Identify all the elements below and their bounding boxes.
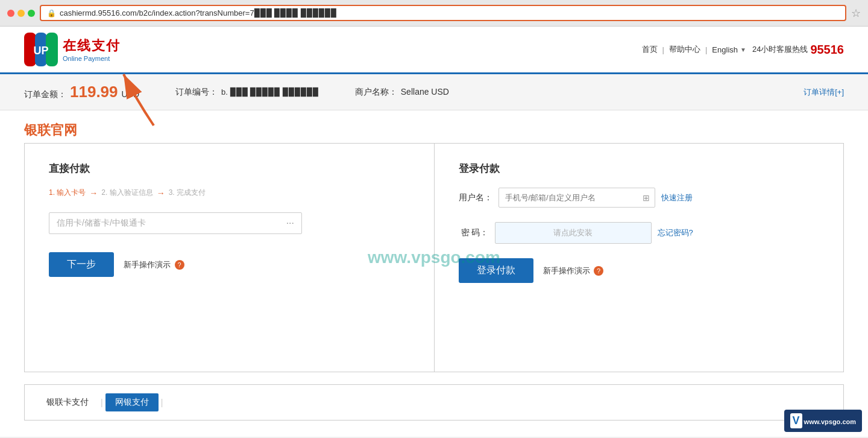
- nav-home[interactable]: 首页: [642, 44, 658, 55]
- dropdown-arrow-icon: ▼: [740, 46, 746, 53]
- step1-arrow-icon: →: [89, 188, 98, 198]
- tab-sep2: |: [161, 398, 163, 407]
- username-input-wrapper[interactable]: ⊞: [498, 188, 655, 208]
- maximize-dot[interactable]: [28, 10, 35, 17]
- english-label: English: [712, 45, 738, 54]
- login-payment-actions: 登录付款 新手操作演示 ?: [459, 258, 820, 283]
- vpsgo-badge: V www.vpsgo.com: [784, 410, 862, 432]
- browser-chrome: 🔒 cashiermd.95516.com/b2c/index.action?t…: [0, 0, 868, 27]
- tab-sep: |: [101, 398, 103, 407]
- order-id-item: 订单编号： b. ▉▉▉ ▉▉▉▉▉ ▉▉▉▉▉▉: [175, 87, 319, 98]
- payment-container: 直接付款 1. 输入卡号 → 2. 输入验证信息 → 3. 完成支付 信用卡/储…: [24, 143, 844, 372]
- hotline-label: 24小时客服热线: [752, 44, 808, 55]
- login-demo-link[interactable]: 新手操作演示 ?: [543, 265, 604, 276]
- steps-row: 1. 输入卡号 → 2. 输入验证信息 → 3. 完成支付: [49, 188, 410, 198]
- address-bar[interactable]: 🔒 cashiermd.95516.com/b2c/index.action?t…: [40, 5, 846, 21]
- direct-payment-title: 直接付款: [49, 162, 410, 176]
- bookmark-icon[interactable]: ☆: [851, 7, 861, 20]
- logo-area: UP 在线支付 Online Payment: [24, 33, 121, 66]
- password-label: 密 码：: [459, 227, 489, 238]
- logo-english: Online Payment: [63, 55, 121, 62]
- order-currency: USD: [122, 89, 140, 99]
- direct-payment-panel: 直接付款 1. 输入卡号 → 2. 输入验证信息 → 3. 完成支付 信用卡/储…: [25, 144, 435, 372]
- login-help-icon: ?: [594, 266, 603, 276]
- close-dot[interactable]: [7, 10, 14, 17]
- order-amount-item: 订单金额： 119.99 USD: [24, 83, 139, 101]
- logo-text: 在线支付 Online Payment: [63, 37, 121, 62]
- forgot-password-link[interactable]: 忘记密码?: [658, 227, 693, 238]
- step2-label: 2. 输入验证信息: [101, 188, 153, 198]
- payment-wrapper: www.vpsgo.com 直接付款 1. 输入卡号 → 2. 输入验证信息 →…: [0, 143, 868, 372]
- username-icon: ⊞: [638, 193, 655, 203]
- header: UP 在线支付 Online Payment 首页 | 帮助中心 | Engli…: [0, 27, 868, 74]
- username-row: 用户名： ⊞ 快速注册: [459, 188, 820, 208]
- help-icon: ?: [175, 260, 184, 270]
- order-detail-link[interactable]: 订单详情[+]: [804, 87, 844, 98]
- next-step-button[interactable]: 下一步: [49, 252, 114, 277]
- step1-label: 1. 输入卡号: [49, 188, 86, 198]
- card-input-dots-icon: ···: [286, 218, 294, 229]
- yunlian-label: 银联官网: [24, 115, 844, 143]
- vpsgo-text: www.vpsgo.com: [804, 418, 856, 425]
- password-input[interactable]: 请点此安装: [495, 222, 652, 244]
- password-placeholder: 请点此安装: [553, 228, 593, 237]
- nav-sep1: |: [662, 45, 664, 54]
- order-merchant-item: 商户名称： Sellane USD: [355, 87, 449, 98]
- order-amount-label: 订单金额：: [24, 89, 66, 100]
- page: UP 在线支付 Online Payment 首页 | 帮助中心 | Engli…: [0, 27, 868, 437]
- order-merchant-value: Sellane USD: [401, 87, 449, 97]
- nav-sep2: |: [705, 45, 707, 54]
- order-bar: 订单金额： 119.99 USD 订单编号： b. ▉▉▉ ▉▉▉▉▉ ▉▉▉▉…: [0, 74, 868, 110]
- browser-window-controls: [7, 10, 35, 17]
- tab-online-banking[interactable]: 网银支付: [105, 393, 159, 411]
- order-merchant-label: 商户名称：: [355, 87, 397, 98]
- language-selector[interactable]: English ▼: [712, 45, 746, 54]
- vpsgo-v-icon: V: [790, 413, 802, 428]
- tab-unionpay-card[interactable]: 银联卡支付: [37, 393, 98, 411]
- svg-text:UP: UP: [33, 45, 48, 57]
- order-amount-value: 119.99: [70, 83, 118, 101]
- minimize-dot[interactable]: [17, 10, 25, 17]
- hotline-number: 95516: [810, 43, 844, 57]
- username-label: 用户名：: [459, 192, 492, 203]
- logo-chinese: 在线支付: [63, 37, 121, 55]
- username-input[interactable]: [499, 188, 638, 207]
- payment-tabs: 银联卡支付 | 网银支付 |: [24, 384, 844, 421]
- unionpay-logo-icon: UP: [24, 33, 58, 66]
- step2-arrow-icon: →: [157, 188, 165, 198]
- lock-icon: 🔒: [47, 9, 56, 17]
- login-payment-title: 登录付款: [459, 162, 820, 176]
- direct-payment-actions: 下一步 新手操作演示 ?: [49, 252, 410, 277]
- login-payment-button[interactable]: 登录付款: [459, 258, 533, 283]
- card-input-placeholder: 信用卡/储蓄卡/中银通卡: [57, 218, 286, 229]
- header-nav: 首页 | 帮助中心 | English ▼ 24小时客服热线 95516: [642, 43, 844, 57]
- login-payment-panel: 登录付款 用户名： ⊞ 快速注册 密 码： 请点此安装 忘记密码?: [435, 144, 844, 372]
- nav-help[interactable]: 帮助中心: [669, 44, 700, 55]
- card-input-field[interactable]: 信用卡/储蓄卡/中银通卡 ···: [49, 212, 302, 234]
- password-row: 密 码： 请点此安装 忘记密码?: [459, 222, 820, 244]
- step3-label: 3. 完成支付: [169, 188, 206, 198]
- annotation-area: 银联官网: [0, 110, 868, 143]
- direct-demo-link[interactable]: 新手操作演示 ?: [124, 259, 184, 270]
- order-id-label: 订单编号：: [175, 87, 218, 98]
- quick-register-link[interactable]: 快速注册: [661, 192, 693, 203]
- order-id-value: b. ▉▉▉ ▉▉▉▉▉ ▉▉▉▉▉▉: [221, 87, 319, 97]
- url-text: cashiermd.95516.com/b2c/index.action?tra…: [60, 8, 337, 17]
